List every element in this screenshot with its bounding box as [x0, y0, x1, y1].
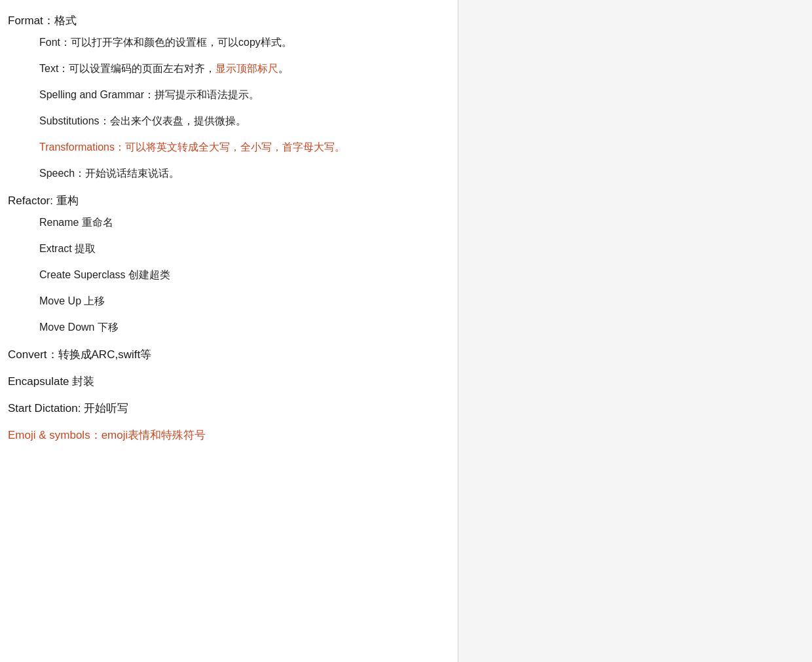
extract-item: Extract 提取 — [5, 241, 452, 257]
extract-label: Extract 提取 — [39, 243, 96, 254]
move-up-label: Move Up 上移 — [39, 295, 105, 306]
move-down-item: Move Down 下移 — [5, 320, 452, 335]
refactor-section: Refactor: 重构 Rename 重命名 Extract 提取 Creat… — [5, 193, 452, 335]
right-panel — [458, 0, 812, 662]
speech-label: Speech：开始说话结束说话。 — [39, 168, 179, 179]
text-label: Text：可以设置编码的页面左右对齐， — [39, 63, 215, 74]
rename-label: Rename 重命名 — [39, 217, 113, 228]
transformations-label: Transformations：可以将英文转成全大写，全小写，首字母大写。 — [39, 141, 345, 153]
move-up-item: Move Up 上移 — [5, 293, 452, 309]
spelling-label: Spelling and Grammar：拼写提示和语法提示。 — [39, 89, 259, 100]
encapsulate-header: Encapsulate 封装 — [5, 374, 452, 389]
text-highlight: 显示顶部标尺 — [215, 63, 278, 74]
encapsulate-section: Encapsulate 封装 — [5, 374, 452, 389]
spelling-item: Spelling and Grammar：拼写提示和语法提示。 — [5, 87, 452, 103]
rename-item: Rename 重命名 — [5, 215, 452, 230]
font-label: Font：可以打开字体和颜色的设置框，可以copy样式。 — [39, 37, 292, 48]
transformations-item: Transformations：可以将英文转成全大写，全小写，首字母大写。 — [5, 139, 452, 155]
start-dictation-section: Start Dictation: 开始听写 — [5, 401, 452, 416]
convert-section: Convert：转换成ARC,swift等 — [5, 347, 452, 362]
format-header: Format：格式 — [5, 13, 452, 28]
speech-item: Speech：开始说话结束说话。 — [5, 166, 452, 181]
start-dictation-header: Start Dictation: 开始听写 — [5, 401, 452, 416]
create-superclass-label: Create Superclass 创建超类 — [39, 269, 170, 280]
substitutions-label: Substitutions：会出来个仪表盘，提供微操。 — [39, 115, 246, 126]
text-item: Text：可以设置编码的页面左右对齐，显示顶部标尺。 — [5, 61, 452, 77]
text-suffix: 。 — [278, 63, 289, 74]
format-section: Format：格式 Font：可以打开字体和颜色的设置框，可以copy样式。 T… — [5, 13, 452, 181]
convert-header: Convert：转换成ARC,swift等 — [5, 347, 452, 362]
font-item: Font：可以打开字体和颜色的设置框，可以copy样式。 — [5, 35, 452, 50]
create-superclass-item: Create Superclass 创建超类 — [5, 267, 452, 283]
substitutions-item: Substitutions：会出来个仪表盘，提供微操。 — [5, 113, 452, 129]
emoji-section: Emoji & symbols：emoji表情和特殊符号 — [5, 428, 452, 443]
page-wrapper: Format：格式 Font：可以打开字体和颜色的设置框，可以copy样式。 T… — [0, 0, 812, 662]
refactor-header: Refactor: 重构 — [5, 193, 452, 208]
emoji-header: Emoji & symbols：emoji表情和特殊符号 — [5, 428, 452, 443]
content-area: Format：格式 Font：可以打开字体和颜色的设置框，可以copy样式。 T… — [0, 0, 458, 662]
move-down-label: Move Down 下移 — [39, 322, 119, 333]
